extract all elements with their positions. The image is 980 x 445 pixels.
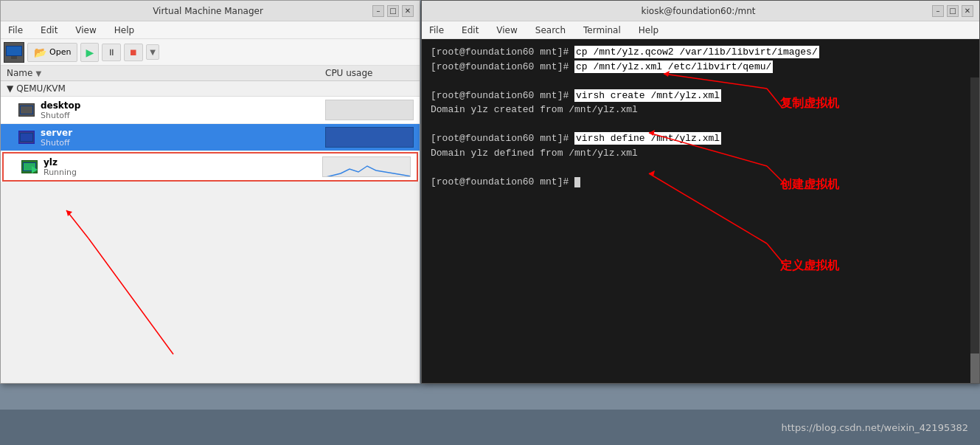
vmm-stop-btn[interactable]: ⏹ [124, 44, 143, 61]
terminal-line-4: Domain ylz created from /mnt/ylz.xml [431, 103, 970, 117]
vmm-window: Virtual Machine Manager – □ ✕ File Edit … [0, 0, 420, 384]
vmm-pause-btn[interactable]: ⏸ [102, 44, 121, 61]
terminal-line-blank3 [431, 160, 970, 175]
terminal-title: kiosk@foundation60:/mnt [465, 6, 932, 16]
vmm-title: Virtual Machine Manager [44, 6, 372, 16]
vm-name-ylz: ylz [44, 157, 322, 168]
terminal-menu-view[interactable]: View [492, 24, 521, 37]
terminal-maximize-btn[interactable]: □ [947, 5, 959, 17]
vm-icon-desktop [18, 103, 35, 117]
vmm-maximize-btn[interactable]: □ [387, 5, 399, 17]
vm-name-server: server [41, 128, 325, 138]
terminal-menu-help[interactable]: Help [634, 24, 663, 37]
vm-info-server: server Shutoff [41, 128, 325, 148]
vmm-play-btn[interactable]: ▶ [80, 43, 99, 62]
vm-status-desktop: Shutoff [41, 111, 325, 120]
vm-status-ylz: Running [44, 168, 322, 177]
terminal-cursor [574, 177, 580, 187]
vmm-menu-view[interactable]: View [71, 24, 100, 37]
terminal-line-cursor: [root@foundation60 mnt]# [431, 175, 970, 190]
terminal-close-btn[interactable]: ✕ [962, 5, 973, 17]
terminal-line-blank1 [431, 74, 970, 89]
vm-row-ylz[interactable]: ylz Running [2, 152, 418, 182]
vm-info-desktop: desktop Shutoff [41, 100, 325, 120]
vm-running-indicator [32, 166, 38, 173]
cpu-chart-ylz [323, 157, 411, 177]
terminal-line-blank2 [431, 117, 970, 132]
vm-row-server[interactable]: server Shutoff [1, 124, 420, 151]
vmm-controls: – □ ✕ [372, 5, 414, 17]
terminal-line-5: [root@foundation60 mnt]# virsh define /m… [431, 131, 970, 146]
vm-group-label: QEMU/KVM [16, 83, 66, 94]
vm-icon-server [18, 131, 35, 144]
vmm-open-btn[interactable]: 📂 Open [27, 43, 77, 62]
terminal-menu-search[interactable]: Search [531, 24, 570, 37]
terminal-line-2: [root@foundation60 mnt]# cp /mnt/ylz.xml… [431, 60, 970, 75]
terminal-menu-edit[interactable]: Edit [457, 24, 483, 37]
terminal-line-3: [root@foundation60 mnt]# virsh create /m… [431, 89, 970, 103]
vmm-minimize-btn[interactable]: – [372, 5, 384, 17]
vmm-menubar: File Edit View Help [1, 21, 420, 39]
terminal-titlebar: kiosk@foundation60:/mnt – □ ✕ [422, 1, 979, 21]
terminal-body[interactable]: [root@foundation60 mnt]# cp /mnt/ylz.qco… [422, 39, 979, 383]
vm-row-desktop[interactable]: desktop Shutoff [1, 97, 420, 124]
terminal-menu-file[interactable]: File [425, 24, 448, 37]
vm-name-col-header: Name ▼ [7, 68, 325, 78]
vmm-close-btn[interactable]: ✕ [402, 5, 414, 17]
vm-icon-ylz [21, 160, 38, 173]
terminal-line-6: Domain ylz defined from /mnt/ylz.xml [431, 146, 970, 161]
vm-cpu-desktop [325, 100, 414, 120]
terminal-minimize-btn[interactable]: – [932, 5, 944, 17]
footer-bar: https://blog.csdn.net/weixin_42195382 [0, 410, 980, 445]
vmm-menu-file[interactable]: File [4, 24, 27, 37]
terminal-controls: – □ ✕ [932, 5, 973, 17]
terminal-menubar: File Edit View Search Terminal Help [422, 21, 979, 39]
vm-cpu-col-header: CPU usage [325, 68, 414, 78]
vm-list: ▼ QEMU/KVM desktop Shutoff server Shutof… [1, 81, 420, 182]
vmm-open-label: Open [49, 47, 71, 57]
terminal-line-1: [root@foundation60 mnt]# cp /mnt/ylz.qco… [431, 45, 970, 60]
terminal-scrollbar-thumb[interactable] [970, 353, 979, 383]
vm-info-ylz: ylz Running [44, 157, 322, 177]
vmm-titlebar: Virtual Machine Manager – □ ✕ [1, 1, 420, 21]
vmm-dropdown-btn[interactable]: ▼ [146, 44, 159, 60]
vmm-menu-help[interactable]: Help [110, 24, 139, 37]
vm-group-collapse-icon: ▼ [7, 83, 13, 94]
name-col-arrow: ▼ [35, 69, 41, 77]
vm-cpu-server [325, 127, 414, 148]
vmm-monitor-icon [4, 42, 24, 63]
vm-name-desktop: desktop [41, 100, 325, 111]
terminal-menu-terminal[interactable]: Terminal [579, 24, 625, 37]
vm-status-server: Shutoff [41, 138, 325, 148]
vmm-toolbar: 📂 Open ▶ ⏸ ⏹ ▼ [1, 39, 420, 66]
watermark-text: https://blog.csdn.net/weixin_42195382 [781, 422, 968, 433]
vm-cpu-ylz [322, 156, 411, 177]
vm-group-qemu: ▼ QEMU/KVM [1, 81, 420, 97]
vmm-menu-edit[interactable]: Edit [36, 24, 62, 37]
terminal-scrollbar[interactable] [970, 77, 979, 383]
vm-table-header: Name ▼ CPU usage [1, 66, 420, 81]
terminal-window: kiosk@foundation60:/mnt – □ ✕ File Edit … [421, 0, 980, 384]
